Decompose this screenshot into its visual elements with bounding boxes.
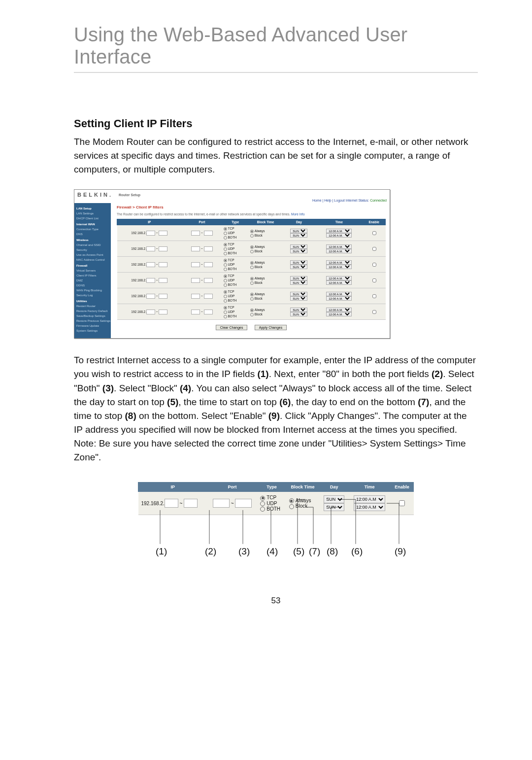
ip-start[interactable]: [146, 278, 155, 283]
nav-item[interactable]: Wireless: [74, 237, 111, 242]
ip-end[interactable]: [159, 262, 167, 267]
ip-start[interactable]: [146, 310, 155, 314]
nav-item[interactable]: WAN Ping Blocking: [74, 288, 111, 293]
block-radio[interactable]: [250, 266, 254, 269]
nav-item[interactable]: Restart Router: [74, 304, 111, 309]
time-start[interactable]: 12:00 A.M: [354, 495, 385, 503]
ip-end[interactable]: [159, 246, 167, 251]
time-end[interactable]: 12:00 A.M.: [326, 249, 352, 253]
time-start[interactable]: 12:00 A.M.: [326, 229, 352, 233]
port-start[interactable]: [191, 278, 200, 283]
type-radio[interactable]: [260, 496, 265, 501]
nav-item[interactable]: Security: [74, 247, 111, 252]
day-start[interactable]: SUN: [290, 260, 307, 265]
time-start[interactable]: 12:00 A.M.: [326, 276, 352, 280]
day-end[interactable]: SUN: [290, 233, 307, 238]
time-end[interactable]: 12:00 A.M.: [326, 280, 352, 285]
enable-checkbox[interactable]: [372, 278, 376, 282]
ip-start[interactable]: [146, 262, 155, 267]
block-radio[interactable]: [250, 293, 254, 296]
nav-item[interactable]: Internet WAN: [74, 221, 111, 227]
time-end[interactable]: 12:00 A.M: [354, 503, 385, 511]
type-radio[interactable]: [224, 283, 227, 287]
port-start[interactable]: [213, 499, 230, 508]
more-info-link[interactable]: More Info: [291, 212, 304, 216]
day-start[interactable]: SUN: [290, 292, 307, 296]
type-radio[interactable]: [224, 259, 227, 262]
time-end[interactable]: 12:00 A.M.: [326, 233, 352, 238]
block-radio[interactable]: [250, 234, 254, 238]
type-radio[interactable]: [224, 315, 227, 318]
type-radio[interactable]: [224, 243, 227, 246]
ip-start[interactable]: [146, 246, 155, 251]
type-radio[interactable]: [224, 227, 227, 231]
day-start[interactable]: SUN: [290, 276, 307, 280]
port-start[interactable]: [191, 231, 200, 236]
time-start[interactable]: 12:00 A.M.: [326, 244, 352, 249]
block-radio[interactable]: [250, 230, 254, 233]
nav-item[interactable]: DDNS: [74, 283, 111, 288]
day-end[interactable]: SUN: [290, 312, 307, 316]
block-radio[interactable]: [250, 281, 254, 285]
type-radio[interactable]: [224, 268, 227, 271]
port-end[interactable]: [204, 294, 213, 299]
nav-item[interactable]: LAN Settings: [74, 211, 111, 216]
block-radio[interactable]: [250, 250, 254, 253]
enable-checkbox[interactable]: [372, 247, 376, 251]
time-end[interactable]: 12:00 A.M.: [326, 265, 352, 269]
port-end[interactable]: [204, 310, 213, 314]
nav-item[interactable]: DHCP Client List: [74, 216, 111, 221]
enable-checkbox[interactable]: [372, 231, 376, 235]
block-radio[interactable]: [289, 498, 294, 503]
apply-changes-button[interactable]: Apply Changes: [255, 325, 287, 330]
day-end[interactable]: SUN: [290, 280, 307, 285]
type-radio[interactable]: [224, 299, 227, 303]
nav-item[interactable]: Restore Factory Default: [74, 309, 111, 313]
day-end[interactable]: SUN: [324, 503, 344, 511]
clear-changes-button[interactable]: Clear Changes: [216, 325, 248, 330]
time-end[interactable]: 12:00 A.M.: [326, 296, 352, 301]
type-radio[interactable]: [224, 279, 227, 282]
type-radio[interactable]: [224, 236, 227, 240]
ip-end[interactable]: [159, 231, 167, 236]
day-start[interactable]: SUN: [324, 495, 344, 503]
type-radio[interactable]: [224, 275, 227, 278]
type-radio[interactable]: [224, 232, 227, 235]
type-radio[interactable]: [224, 306, 227, 310]
block-radio[interactable]: [250, 297, 254, 301]
type-radio[interactable]: [224, 263, 227, 267]
ip-end[interactable]: [159, 310, 167, 314]
type-radio[interactable]: [224, 295, 227, 298]
nav-item[interactable]: LAN Setup: [74, 205, 111, 211]
block-radio[interactable]: [289, 504, 294, 509]
nav-item[interactable]: DMZ: [74, 278, 111, 283]
nav-item[interactable]: System Settings: [74, 328, 111, 333]
block-radio[interactable]: [250, 277, 254, 280]
nav-item[interactable]: Firewall: [74, 262, 111, 268]
port-start[interactable]: [191, 294, 200, 299]
time-start[interactable]: 12:00 A.M.: [326, 308, 352, 312]
port-start[interactable]: [191, 262, 200, 267]
nav-item[interactable]: Security Log: [74, 293, 111, 298]
port-end[interactable]: [204, 231, 213, 236]
type-radio[interactable]: [260, 501, 265, 506]
nav-item[interactable]: Channel and SSID: [74, 242, 111, 247]
nav-item[interactable]: Connection Type: [74, 227, 111, 232]
enable-checkbox[interactable]: [372, 263, 376, 267]
type-radio[interactable]: [224, 247, 227, 251]
time-start[interactable]: 12:00 A.M.: [326, 292, 352, 296]
ip-start[interactable]: [146, 231, 155, 236]
ip-end[interactable]: [159, 278, 167, 283]
port-end[interactable]: [204, 246, 213, 251]
day-end[interactable]: SUN: [290, 296, 307, 301]
port-start[interactable]: [191, 246, 200, 251]
nav-item[interactable]: Client IP Filters: [74, 273, 111, 278]
time-start[interactable]: 12:00 A.M.: [326, 260, 352, 265]
block-radio[interactable]: [250, 245, 254, 249]
port-end[interactable]: [204, 262, 213, 267]
ip-end[interactable]: [159, 294, 167, 299]
port-end[interactable]: [204, 278, 213, 283]
type-radio[interactable]: [224, 252, 227, 255]
ip-start[interactable]: [146, 294, 155, 299]
nav-item[interactable]: DNS: [74, 232, 111, 237]
